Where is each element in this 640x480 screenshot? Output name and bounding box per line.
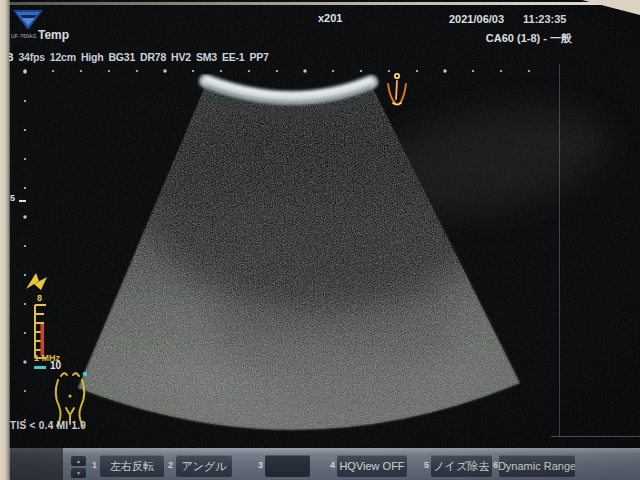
ultrasound-screen: UF-760AG Temp x201 2021/06/03 11:23:35 C… — [0, 0, 640, 480]
frequency-scale-marker — [41, 324, 45, 356]
param-depth: 12cm — [50, 51, 76, 63]
param-hv: HV2 — [171, 51, 191, 63]
softkey-5-number: 5 — [424, 460, 429, 470]
panel-divider-horizontal — [551, 436, 640, 437]
softkey-6-number: 6 — [493, 460, 498, 470]
param-sm: SM3 — [196, 51, 217, 63]
body-mark-probe-dot — [83, 372, 87, 376]
page-up-button[interactable]: ▲ — [71, 456, 86, 466]
softkey-3-blank[interactable] — [265, 455, 310, 477]
panel-divider-vertical — [559, 64, 560, 437]
softkey-flip-lr[interactable]: 左右反転 — [100, 455, 164, 477]
magnification-readout: x201 — [318, 12, 342, 24]
param-ee: EE-1 — [222, 51, 245, 63]
focus-marker — [34, 366, 46, 369]
page-down-button[interactable]: ▼ — [71, 468, 86, 478]
screen-edge-highlight — [9, 0, 10, 480]
time-readout: 11:23:35 — [523, 13, 566, 25]
depth-5cm-tick — [19, 200, 26, 202]
frequency-scale-top-label: 8 — [37, 293, 42, 303]
softkey-4-number: 4 — [330, 460, 335, 470]
param-bg: BG31 — [108, 51, 135, 63]
temp-label: Temp — [38, 28, 69, 42]
softkey-angle[interactable]: アングル — [176, 455, 232, 477]
focus-depth-label: 10 — [50, 360, 61, 371]
acoustic-output-readout: TIS < 0.4 MI 1.0 — [10, 420, 86, 431]
softkey-hqview[interactable]: HQView OFF — [337, 455, 407, 477]
probe-preset-readout: CA60 (1-8) - 一般 — [486, 31, 572, 46]
date-readout: 2021/06/03 — [449, 13, 504, 25]
bezel-top-edge — [9, 2, 640, 5]
param-fps: 34fps — [18, 51, 44, 63]
param-dr: DR78 — [140, 51, 166, 63]
softkey-3-number: 3 — [258, 460, 263, 470]
softkey-dynamic-range[interactable]: Dynamic Range — [499, 455, 575, 477]
softkey-noise-reduction[interactable]: ノイズ除去 — [431, 455, 492, 477]
param-pp: PP7 — [249, 51, 268, 63]
softkey-bar-left-shade — [9, 448, 63, 480]
left-annotation-panel — [20, 265, 100, 435]
body-mark-icon — [56, 372, 87, 426]
softkey-1-number: 1 — [92, 460, 97, 470]
param-density: High — [81, 51, 104, 63]
monitor-bezel — [0, 0, 9, 480]
depth-5cm-label: 5 — [10, 193, 15, 203]
imaging-parameter-line: B 34fps 12cm High BG31 DR78 HV2 SM3 EE-1… — [6, 51, 269, 63]
probe-direction-icon — [26, 273, 47, 290]
softkey-2-number: 2 — [168, 460, 173, 470]
model-label: UF-760AG — [11, 33, 37, 39]
